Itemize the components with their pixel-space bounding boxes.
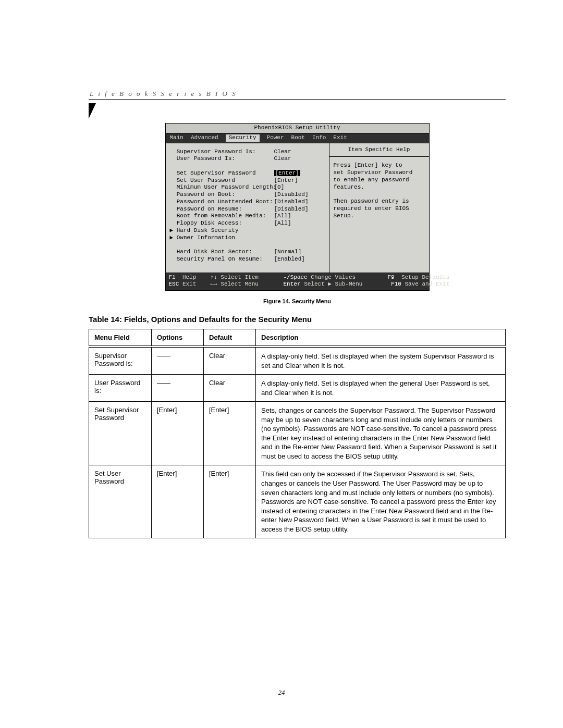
- bios-setting-row: [170, 163, 325, 170]
- bios-menubar: MainAdvancedSecurityPowerBootInfoExit: [166, 133, 429, 143]
- table-header: Default: [204, 329, 256, 347]
- bios-setting-label: [170, 241, 274, 249]
- table-cell-default: Clear: [204, 347, 256, 375]
- bios-setting-row: Password on Boot:[Disabled]: [170, 191, 325, 199]
- bios-setting-row: Password on Resume:[Disabled]: [170, 206, 325, 213]
- bios-help-line: [334, 191, 425, 198]
- bios-help-line: features.: [334, 184, 425, 191]
- running-header: L i f e B o o k S S e r i e s B I O S: [90, 90, 237, 98]
- table-cell-field: Supervisor Password is:: [89, 347, 152, 375]
- bios-help-panel: Item Specific Help Press [Enter] key tos…: [329, 143, 429, 273]
- bios-help-line: Setup.: [334, 213, 425, 220]
- key-f1-label: Help: [182, 274, 196, 280]
- table-cell-field: User Password is:: [89, 375, 152, 402]
- figure-caption: Figure 14. Security Menu: [89, 298, 506, 304]
- bios-title: PhoenixBIOS Setup Utility: [166, 124, 429, 133]
- bios-footer: F1 Help ↑↓ Select Item -/Space Change Va…: [166, 273, 429, 291]
- arrows-vert-icon: ↑↓: [211, 274, 217, 280]
- key-enter-label: Select ▶ Sub-Menu: [304, 281, 362, 287]
- table-header: Menu Field: [89, 329, 152, 347]
- table-cell-options: ——: [152, 375, 204, 402]
- bios-setting-label: Supervisor Password Is:: [170, 149, 274, 156]
- bios-setting-label: Password on Boot:: [170, 191, 274, 199]
- bios-setting-row: ▶ Hard Disk Security: [170, 227, 325, 235]
- bios-setting-value: [All]: [274, 220, 291, 227]
- bios-setting-label: Password on Unattended Boot:: [170, 199, 274, 206]
- bios-setting-row: Minimum User Password Length:[0]: [170, 184, 325, 191]
- bios-setting-value: [Disabled]: [274, 206, 309, 213]
- table-cell-field: Set User Password: [89, 465, 152, 538]
- bios-help-line: Press [Enter] key to: [334, 162, 425, 169]
- bios-setting-label: Security Panel On Resume:: [170, 256, 274, 263]
- bios-setting-label: ▶ Owner Information: [170, 235, 274, 242]
- bios-setting-label: Boot from Removable Media:: [170, 213, 274, 220]
- table-row: User Password is:——ClearA display-only f…: [89, 375, 506, 402]
- key-f1: F1: [169, 274, 176, 280]
- key-f9: F9: [388, 274, 395, 280]
- table-header: Description: [256, 329, 506, 347]
- table-cell-desc: This field can only be accessed if the S…: [256, 465, 506, 538]
- bios-tab-power: Power: [267, 134, 284, 142]
- bios-setting-label: [170, 163, 274, 170]
- bios-help-line: required to enter BIOS: [334, 205, 425, 213]
- bios-setting-value: [0]: [274, 184, 285, 191]
- bios-setting-row: Boot from Removable Media:[All]: [170, 213, 325, 220]
- change-values-label: Change Values: [311, 274, 356, 280]
- bios-setting-row: ▶ Owner Information: [170, 235, 325, 242]
- table-cell-options: [Enter]: [152, 402, 204, 465]
- bios-setting-label: Password on Resume:: [170, 206, 274, 213]
- bios-setting-row: Floppy Disk Access:[All]: [170, 220, 325, 227]
- bios-tab-advanced: Advanced: [191, 134, 218, 142]
- table-cell-options: [Enter]: [152, 465, 204, 538]
- key-f10-label: Save and Exit: [405, 281, 450, 287]
- bios-setting-row: [170, 241, 325, 249]
- table-caption: Table 14: Fields, Options and Defaults f…: [89, 315, 506, 324]
- table-row: Set User Password[Enter][Enter]This fiel…: [89, 465, 506, 538]
- table-cell-desc: Sets, changes or cancels the Supervisor …: [256, 402, 506, 465]
- bios-setting-label: User Password Is:: [170, 155, 274, 163]
- table-cell-field: Set Supervisor Password: [89, 402, 152, 465]
- bios-setting-label: Set User Password: [170, 177, 274, 184]
- bios-setting-value: [Enter]: [274, 177, 298, 184]
- bios-setting-label: Set Supervisor Password: [170, 170, 274, 177]
- table-cell-desc: A display-only field. Set is displayed w…: [256, 375, 506, 402]
- key-space: -/Space: [284, 274, 308, 280]
- bios-help-line: set Supervisor Password: [334, 169, 425, 177]
- bios-tab-boot: Boot: [291, 134, 305, 142]
- bios-setting-value: [Enter]: [274, 170, 300, 177]
- bios-setting-row: User Password Is:Clear: [170, 155, 325, 163]
- bios-setting-label: ▶ Hard Disk Security: [170, 227, 274, 235]
- page-number: 24: [0, 688, 563, 697]
- bios-settings-panel: Supervisor Password Is:Clear User Passwo…: [166, 143, 329, 273]
- bios-tab-main: Main: [170, 134, 183, 142]
- bios-setting-value: [Disabled]: [274, 191, 309, 199]
- bios-setting-value: [Enabled]: [274, 256, 305, 263]
- key-esc-label: Exit: [182, 281, 196, 287]
- bios-tab-exit: Exit: [333, 134, 347, 142]
- bios-setting-row: Supervisor Password Is:Clear: [170, 149, 325, 156]
- table-cell-options: ——: [152, 347, 204, 375]
- bios-setting-label: Minimum User Password Length:: [170, 184, 274, 191]
- bios-setting-row: Security Panel On Resume:[Enabled]: [170, 256, 325, 263]
- bios-setting-label: Hard Disk Boot Sector:: [170, 249, 274, 256]
- bios-setting-row: Hard Disk Boot Sector:[Normal]: [170, 249, 325, 256]
- bios-help-line: to enable any password: [334, 177, 425, 184]
- bios-help-title: Item Specific Help: [329, 146, 429, 157]
- bios-setting-value: [Normal]: [274, 249, 302, 256]
- key-esc: ESC: [169, 281, 179, 287]
- key-f9-label: Setup Defaults: [401, 274, 449, 280]
- header-wedge-icon: [89, 103, 96, 119]
- table-header: Options: [152, 329, 204, 347]
- bios-setting-value: [All]: [274, 213, 291, 220]
- bios-setting-value: [Disabled]: [274, 199, 309, 206]
- header-rule: [89, 99, 506, 100]
- table-cell-default: [Enter]: [204, 465, 256, 538]
- bios-setting-row: Password on Unattended Boot:[Disabled]: [170, 199, 325, 206]
- bios-setting-row: Set User Password[Enter]: [170, 177, 325, 184]
- bios-tab-security: Security: [226, 134, 260, 142]
- security-menu-table: Menu FieldOptionsDefaultDescription Supe…: [89, 329, 506, 538]
- bios-help-text: Press [Enter] key toset Supervisor Passw…: [334, 162, 425, 219]
- table-cell-default: Clear: [204, 375, 256, 402]
- bios-setting-value: Clear: [274, 155, 291, 163]
- key-enter: Enter: [284, 281, 301, 287]
